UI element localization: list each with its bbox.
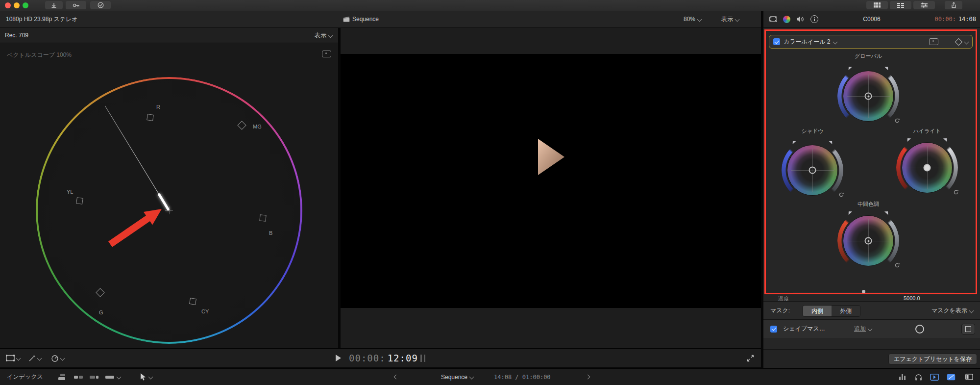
mask-row: マスク: 内側 外側 マスクを表示 xyxy=(763,301,980,320)
wheel-puck[interactable] xyxy=(924,164,931,172)
clip-timecode: 00:00:14:08 xyxy=(935,11,976,27)
temperature-slider-track[interactable] xyxy=(793,292,955,292)
fullscreen-button[interactable] xyxy=(747,349,754,367)
temperature-value[interactable]: 5000.0 xyxy=(904,295,920,301)
effects-wand-menu[interactable] xyxy=(28,349,41,367)
retime-gauge-icon xyxy=(51,355,59,362)
transform-icon xyxy=(6,355,15,361)
color-wheel-shadows[interactable] xyxy=(787,145,838,196)
fcpx-window: 1080p HD 23.98p ステレオ Sequence 80% 表示 Rec… xyxy=(0,0,980,385)
scope-settings-icon[interactable] xyxy=(322,51,331,57)
close-button[interactable] xyxy=(5,2,11,8)
chevron-down-icon xyxy=(148,375,153,380)
play-icon xyxy=(336,355,341,361)
reset-icon[interactable] xyxy=(838,192,844,198)
checkbox-icon xyxy=(770,326,777,333)
viewer-zoom-menu[interactable]: 80% xyxy=(684,11,701,27)
viewer-view-menu[interactable]: 表示 xyxy=(721,11,739,27)
wheel-label-highlights: ハイライト xyxy=(893,128,961,135)
video-canvas[interactable] xyxy=(341,54,761,308)
import-media-button[interactable] xyxy=(45,1,63,9)
retime-menu[interactable] xyxy=(51,349,64,367)
effect-name: カラーホイール 2 xyxy=(784,38,830,46)
timeline-sequence-menu[interactable]: Sequence xyxy=(441,369,473,385)
wheel-disc[interactable] xyxy=(843,215,894,266)
effects-browser-icon xyxy=(930,374,939,381)
transform-tool-menu[interactable] xyxy=(6,349,20,367)
overwrite-edit-menu[interactable] xyxy=(105,369,121,385)
video-content-triangle xyxy=(538,139,564,175)
effect-header-row[interactable]: カラーホイール 2 xyxy=(769,35,973,49)
inspector-footer: エフェクトプリセットを保存 xyxy=(763,349,980,368)
view-on-monitor-icon[interactable] xyxy=(929,38,938,45)
shape-mask-checkbox[interactable] xyxy=(770,320,777,338)
keyframe-icon[interactable] xyxy=(955,38,963,46)
list-dashes-icon xyxy=(897,3,904,8)
chevron-down-icon xyxy=(469,375,474,380)
reset-icon[interactable] xyxy=(953,189,959,195)
effects-browser-button[interactable] xyxy=(930,369,939,385)
play-button[interactable] xyxy=(336,349,341,367)
wheel-puck[interactable] xyxy=(865,237,872,245)
show-mask-menu[interactable]: マスクを表示 xyxy=(931,302,973,320)
mask-inside-button[interactable]: 内側 xyxy=(803,306,832,316)
audio-monitor-button[interactable] xyxy=(915,369,922,385)
color-wheel-highlights[interactable] xyxy=(902,142,953,193)
mask-outside-button[interactable]: 外側 xyxy=(832,306,860,316)
effect-enable-checkbox[interactable] xyxy=(773,38,780,45)
annotation-arrow xyxy=(36,77,302,344)
timeline-duration: 14:08 / 01:00:00 xyxy=(494,369,551,385)
chevron-down-icon xyxy=(964,39,969,44)
expand-icon xyxy=(747,355,754,362)
next-item-button[interactable] xyxy=(586,369,589,385)
viewer-header: 1080p HD 23.98p ステレオ Sequence 80% 表示 xyxy=(0,11,761,28)
previous-item-button[interactable] xyxy=(394,369,398,385)
scope-title: ベクトルスコープ 100% xyxy=(7,51,72,59)
inspector-panel: C0006 00:00:14:08 カラーホイール 2 グローバル シャドウ ハ… xyxy=(763,11,980,368)
wheel-puck[interactable] xyxy=(809,167,816,174)
check-circle-icon xyxy=(98,2,104,8)
chevron-down-icon xyxy=(16,356,21,360)
wheel-disc[interactable] xyxy=(843,71,894,122)
chevron-down-icon xyxy=(37,356,42,360)
browser-toggle-button[interactable] xyxy=(965,369,973,385)
wheel-disc[interactable] xyxy=(787,145,838,196)
add-mask-menu[interactable]: 追加 xyxy=(854,320,872,338)
tool-select-menu[interactable] xyxy=(140,369,152,385)
save-effects-preset-button[interactable]: エフェクトプリセットを保存 xyxy=(888,354,977,364)
reset-icon[interactable] xyxy=(894,118,900,124)
key-icon xyxy=(73,2,80,8)
mask-options-button[interactable] xyxy=(961,320,975,338)
project-format-label: 1080p HD 23.98p ステレオ xyxy=(6,11,78,27)
viewer-title: Sequence xyxy=(343,11,379,27)
share-button[interactable] xyxy=(945,1,962,9)
index-button[interactable]: インデックス xyxy=(7,369,43,385)
current-timecode: 00:00:12:09 xyxy=(349,349,418,367)
index-layout-button[interactable] xyxy=(890,1,911,9)
color-wheel-global[interactable] xyxy=(843,71,894,122)
connect-edit-button[interactable] xyxy=(58,369,68,385)
mask-segmented-control: 内側 外側 xyxy=(803,305,860,317)
scope-view-menu[interactable]: 表示 xyxy=(315,28,332,43)
audio-meters-button[interactable] xyxy=(899,369,906,385)
reset-icon[interactable] xyxy=(894,262,900,268)
circle-shape-icon xyxy=(915,325,924,334)
zoom-button[interactable] xyxy=(23,2,28,8)
minimize-button[interactable] xyxy=(14,2,20,8)
inspector-toggle-button[interactable] xyxy=(913,1,935,9)
wheel-puck[interactable] xyxy=(865,93,872,100)
background-tasks-button[interactable] xyxy=(90,1,111,9)
insert-edit-button[interactable] xyxy=(74,369,83,385)
sidebar-toggle-icon xyxy=(965,374,973,380)
temperature-slider-thumb[interactable] xyxy=(862,290,865,293)
wheel-disc[interactable] xyxy=(902,142,953,193)
shape-preview xyxy=(915,320,924,338)
vectorscope: R MG B CY G YL xyxy=(36,77,302,344)
keyword-editor-button[interactable] xyxy=(66,1,86,9)
scope-subheader: Rec. 709 表示 xyxy=(0,28,338,43)
magic-wand-icon xyxy=(28,355,36,362)
append-edit-button[interactable] xyxy=(89,369,99,385)
browser-layout-button[interactable] xyxy=(866,1,888,9)
transitions-browser-button[interactable] xyxy=(947,369,956,385)
color-wheel-midtones[interactable] xyxy=(843,215,894,266)
